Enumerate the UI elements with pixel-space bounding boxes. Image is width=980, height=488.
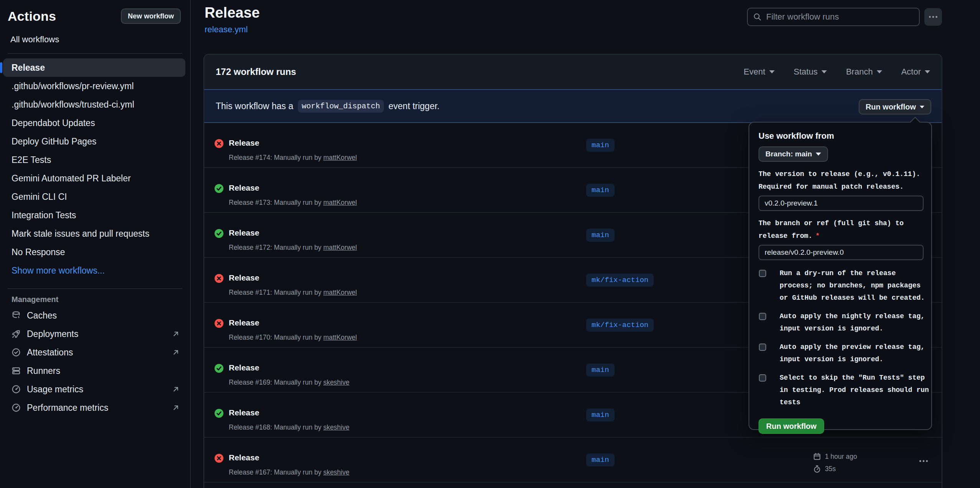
sidebar-item-gemini-cli-ci[interactable]: Gemini CLI CI: [3, 188, 185, 206]
new-workflow-button[interactable]: New workflow: [121, 8, 181, 24]
sidebar-item-deployments[interactable]: Deployments: [3, 325, 185, 343]
branch-chip[interactable]: main: [586, 184, 615, 197]
sidebar-item-attestations[interactable]: Attestations: [3, 343, 185, 362]
run-actor-link[interactable]: skeshive: [323, 378, 349, 386]
run-description: Release #172: Manually run by mattKorwel: [229, 244, 357, 252]
sidebar-item-caches[interactable]: Caches: [3, 306, 185, 325]
branch-chip[interactable]: mk/fix-action: [586, 319, 654, 332]
arrow-up-right-icon: [172, 348, 180, 357]
dispatch-option[interactable]: Select to skip the "Run Tests" stepin te…: [759, 372, 922, 408]
sidebar-item-performance-metrics[interactable]: Performance metrics: [3, 398, 185, 417]
workflow-dispatch-banner: This workflow has a workflow_dispatch ev…: [204, 89, 942, 123]
dispatch-option-label: Run a dry-run of the releaseprocess; no …: [780, 267, 925, 304]
run-actor-link[interactable]: skeshive: [323, 468, 349, 476]
search-icon: [753, 13, 762, 21]
sidebar-item-deploy-github-pages[interactable]: Deploy GitHub Pages: [3, 132, 185, 151]
sidebar-item-usage-metrics[interactable]: Usage metrics: [3, 380, 185, 398]
run-actor-link[interactable]: skeshive: [323, 423, 349, 431]
arrow-up-right-icon: [172, 403, 180, 412]
run-actor-link[interactable]: mattKorwel: [323, 289, 357, 296]
check-circle-icon: [215, 364, 223, 373]
sidebar-item-no-response[interactable]: No Response: [3, 243, 185, 261]
sidebar-item-e2e-tests[interactable]: E2E Tests: [3, 151, 185, 169]
version-help-text: The version to release (e.g., v0.1.11). …: [759, 168, 922, 193]
sidebar-item-dependabot-updates[interactable]: Dependabot Updates: [3, 114, 185, 132]
run-description: Release #169: Manually run by skeshive: [229, 378, 349, 387]
dispatch-option[interactable]: Auto apply the nightly release tag,input…: [759, 310, 922, 335]
filter-actor[interactable]: Actor: [901, 67, 930, 77]
sidebar-item-mark-stale-issues-and-pull-requests[interactable]: Mark stale issues and pull requests: [3, 224, 185, 243]
checkbox[interactable]: [759, 270, 766, 277]
dispatch-option-label: Auto apply the preview release tag,input…: [780, 341, 925, 365]
branch-chip[interactable]: main: [586, 408, 615, 422]
branch-chip[interactable]: main: [586, 364, 615, 377]
show-more-workflows-link[interactable]: Show more workflows...: [3, 261, 185, 280]
workflow-file-link[interactable]: release.yml: [205, 25, 248, 35]
run-kebab-button[interactable]: [917, 456, 930, 466]
run-description: Release #174: Manually run by mattKorwel: [229, 154, 357, 162]
server-icon: [12, 366, 21, 375]
branch-chip[interactable]: main: [586, 139, 615, 152]
branch-chip[interactable]: main: [586, 453, 615, 466]
sidebar-item-github-workflows-pr-review-yml[interactable]: .github/workflows/pr-review.yml: [3, 77, 185, 95]
checkbox[interactable]: [759, 374, 766, 382]
run-actor-link[interactable]: mattKorwel: [323, 334, 357, 341]
run-description: Release #171: Manually run by mattKorwel: [229, 289, 357, 297]
sidebar-item-label: Dependabot Updates: [12, 118, 95, 128]
run-title[interactable]: Release: [229, 408, 259, 417]
run-actor-link[interactable]: mattKorwel: [323, 154, 357, 161]
filter-workflow-runs-input[interactable]: [766, 12, 914, 22]
sidebar-item-runners[interactable]: Runners: [3, 362, 185, 380]
management-item-label: Performance metrics: [27, 403, 108, 413]
run-workflow-submit-button[interactable]: Run workflow: [759, 418, 824, 434]
run-title[interactable]: Release: [229, 183, 259, 193]
sidebar-item-label: E2E Tests: [12, 155, 51, 165]
run-actor-link[interactable]: mattKorwel: [323, 244, 357, 251]
run-title[interactable]: Release: [229, 453, 259, 462]
run-title[interactable]: Release: [229, 138, 259, 148]
banner-text-before: This workflow has a: [216, 101, 293, 111]
run-title[interactable]: Release: [229, 318, 259, 327]
sidebar-item-label: .github/workflows/trusted-ci.yml: [12, 100, 134, 110]
kebab-icon: [919, 456, 929, 466]
filter-branch[interactable]: Branch: [846, 67, 882, 77]
ref-input[interactable]: [759, 245, 924, 260]
kebab-icon: [928, 12, 938, 22]
page-kebab-button[interactable]: [924, 8, 942, 26]
branch-chip[interactable]: mk/fix-action: [586, 274, 654, 287]
run-description: Release #167: Manually run by skeshive: [229, 468, 349, 476]
version-input[interactable]: [759, 196, 924, 211]
sidebar-item-integration-tests[interactable]: Integration Tests: [3, 206, 185, 224]
sidebar-item-github-workflows-trusted-ci-yml[interactable]: .github/workflows/trusted-ci.yml: [3, 95, 185, 114]
run-workflow-dropdown-button[interactable]: Run workflow: [859, 99, 931, 115]
run-actor-link[interactable]: mattKorwel: [323, 199, 357, 206]
run-time: 1 hour ago: [825, 453, 857, 461]
dispatch-option[interactable]: Run a dry-run of the releaseprocess; no …: [759, 267, 922, 304]
checkbox[interactable]: [759, 313, 766, 320]
sidebar-divider: [8, 288, 182, 289]
run-title[interactable]: Release: [229, 228, 259, 237]
x-circle-icon: [215, 274, 223, 283]
run-title[interactable]: Release: [229, 273, 259, 282]
management-item-label: Deployments: [27, 329, 78, 339]
run-description: Release #173: Manually run by mattKorwel: [229, 199, 357, 207]
check-circle-icon: [215, 229, 223, 238]
branch-selector-button[interactable]: Branch: main: [759, 146, 828, 162]
sidebar-item-gemini-automated-pr-labeler[interactable]: Gemini Automated PR Labeler: [3, 169, 185, 188]
run-count-label: 172 workflow runs: [216, 66, 296, 77]
filter-status[interactable]: Status: [794, 67, 827, 77]
run-title[interactable]: Release: [229, 363, 259, 372]
filter-event[interactable]: Event: [744, 67, 774, 77]
sidebar-item-label: .github/workflows/pr-review.yml: [12, 81, 134, 91]
dispatch-option[interactable]: Auto apply the preview release tag,input…: [759, 341, 922, 365]
page-title: Release: [205, 5, 260, 21]
sidebar-item-label: Mark stale issues and pull requests: [12, 229, 149, 239]
sidebar-item-release[interactable]: Release: [3, 58, 185, 77]
required-asterisk: *: [815, 232, 820, 240]
checkbox[interactable]: [759, 344, 766, 351]
sidebar-item-all-workflows[interactable]: All workflows: [10, 35, 190, 45]
branch-chip[interactable]: main: [586, 229, 615, 242]
run-duration: 35s: [825, 465, 836, 473]
arrow-up-right-icon: [172, 385, 180, 393]
workflow-run-row[interactable]: Release Release #167: Manually run by sk…: [204, 438, 942, 483]
